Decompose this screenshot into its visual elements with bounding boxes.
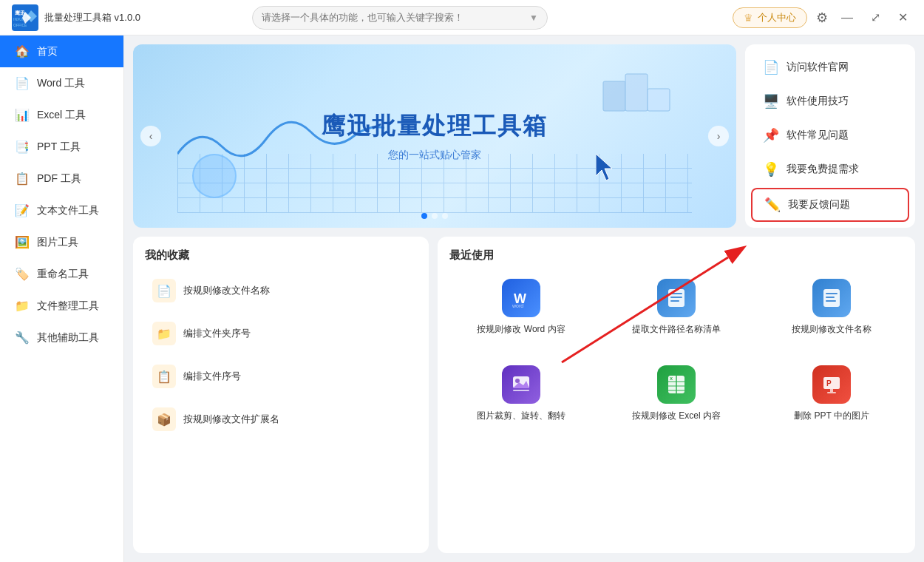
fav-icon-rename-file: 📄 <box>152 279 176 302</box>
fav-item-ext-rename[interactable]: 📦 按规则修改文件扩展名 <box>145 402 417 437</box>
svg-rect-14 <box>670 293 682 294</box>
recent-icon-excel-content: X <box>657 365 696 404</box>
sidebar-item-ppt[interactable]: 📑 PPT 工具 <box>0 131 123 163</box>
tips-icon: 🖥️ <box>763 93 779 109</box>
recent-item-word-content[interactable]: W word 按规则修改 Word 内容 <box>449 270 593 345</box>
recent-item-path-list[interactable]: 提取文件路径名称清单 <box>605 270 748 345</box>
pdf-icon: 📋 <box>15 172 30 186</box>
svg-marker-9 <box>596 154 612 180</box>
logo-area: 鹰迅 INXUN OFFICE 批量处理工具箱 v1.0.0 <box>12 4 160 31</box>
fav-icon-ext-rename: 📦 <box>152 407 176 431</box>
banner-navigation <box>421 213 448 219</box>
banner-dot-3[interactable] <box>442 213 448 219</box>
cursor-decoration <box>596 154 618 183</box>
banner-subtitle: 您的一站式贴心管家 <box>322 149 548 162</box>
quick-link-tips[interactable]: 🖥️ 软件使用技巧 <box>751 86 909 117</box>
recent-icon-ppt-image: P <box>812 365 851 404</box>
favorites-panel: 我的收藏 📄 按规则修改文件名称 📁 编排文件夹序号 <box>133 237 429 553</box>
recent-panel: 最近使用 W word 按规则修改 Word 内容 <box>438 237 915 553</box>
sidebar-item-home[interactable]: 🏠 首页 <box>0 35 123 67</box>
banner-section: ‹ 鹰迅批量处理工具箱 您的一站式贴心管家 › <box>133 44 915 228</box>
svg-rect-19 <box>826 297 835 298</box>
fav-icon-folder-seq-glyph: 📁 <box>157 327 171 341</box>
recent-grid: W word 按规则修改 Word 内容 <box>449 270 903 431</box>
recent-icon-image-crop <box>502 365 540 404</box>
fav-item-rename-file[interactable]: 📄 按规则修改文件名称 <box>145 273 417 308</box>
dropdown-icon[interactable]: ▼ <box>529 13 538 23</box>
vip-label: 个人中心 <box>758 11 796 24</box>
fav-item-file-seq[interactable]: 📋 编排文件序号 <box>145 359 417 394</box>
recent-label-excel-content: 按规则修改 Excel 内容 <box>632 410 721 422</box>
banner-prev-button[interactable]: ‹ <box>140 126 161 146</box>
sidebar-label-text: 文本文件工具 <box>37 204 99 217</box>
svg-rect-15 <box>670 297 682 298</box>
bottom-section: 我的收藏 📄 按规则修改文件名称 📁 编排文件夹序号 <box>133 237 915 553</box>
recent-item-excel-content[interactable]: X 按规则修改 Excel 内容 <box>605 356 748 431</box>
sidebar-label-rename: 重命名工具 <box>37 268 89 281</box>
quick-link-feedback[interactable]: ✏️ 我要反馈问题 <box>751 188 909 222</box>
app-logo-icon: 鹰迅 INXUN OFFICE <box>12 4 38 31</box>
recent-item-ppt-image[interactable]: P 删除 PPT 中的图片 <box>760 356 903 431</box>
maximize-button[interactable]: ⤢ <box>866 9 885 26</box>
quick-link-suggest-label: 我要免费提需求 <box>787 163 859 176</box>
crown-icon: ♛ <box>744 12 753 24</box>
banner: ‹ 鹰迅批量处理工具箱 您的一站式贴心管家 › <box>133 44 736 228</box>
text-icon: 📝 <box>15 203 30 217</box>
svg-rect-24 <box>513 390 529 391</box>
sidebar-item-image[interactable]: 🖼️ 图片工具 <box>0 226 123 258</box>
vip-button[interactable]: ♛ 个人中心 <box>733 7 807 28</box>
image-crop-icon-svg <box>510 373 532 396</box>
sidebar-item-excel[interactable]: 📊 Excel 工具 <box>0 99 123 131</box>
fav-icon-file-seq: 📋 <box>152 365 176 388</box>
svg-rect-7 <box>625 74 648 111</box>
ppt-image-icon-svg: P <box>821 373 843 396</box>
recent-icon-path-list <box>657 279 696 317</box>
sidebar: 🏠 首页 📄 Word 工具 📊 Excel 工具 📑 PPT 工具 📋 PDF… <box>0 35 124 562</box>
sidebar-item-fileorg[interactable]: 📁 文件整理工具 <box>0 290 123 322</box>
sidebar-label-fileorg: 文件整理工具 <box>37 299 99 313</box>
fav-icon-rename-file-glyph: 📄 <box>157 284 171 298</box>
quick-link-tips-label: 软件使用技巧 <box>787 95 849 108</box>
search-input[interactable] <box>262 12 529 23</box>
sidebar-label-other: 其他辅助工具 <box>37 331 99 345</box>
banner-dot-2[interactable] <box>432 213 438 219</box>
recent-item-image-crop[interactable]: 图片裁剪、旋转、翻转 <box>449 356 593 431</box>
quick-link-website-label: 访问软件官网 <box>787 61 849 74</box>
minimize-button[interactable]: — <box>837 10 857 26</box>
quick-link-website[interactable]: 📄 访问软件官网 <box>751 52 909 83</box>
banner-dot-1[interactable] <box>421 213 427 219</box>
fav-label-ext-rename: 按规则修改文件扩展名 <box>183 413 279 426</box>
app-title: 批量处理工具箱 v1.0.0 <box>44 11 140 24</box>
sidebar-item-pdf[interactable]: 📋 PDF 工具 <box>0 163 123 194</box>
recent-label-ppt-image: 删除 PPT 中的图片 <box>794 410 869 422</box>
sidebar-item-word[interactable]: 📄 Word 工具 <box>0 67 123 99</box>
search-bar[interactable]: ▼ <box>252 6 548 30</box>
quick-link-faq[interactable]: 📌 软件常见问题 <box>751 120 909 151</box>
sidebar-label-image: 图片工具 <box>37 236 78 249</box>
recent-label-rename-file2: 按规则修改文件名称 <box>792 323 872 336</box>
sidebar-item-other[interactable]: 🔧 其他辅助工具 <box>0 322 123 353</box>
settings-icon[interactable]: ⚙ <box>816 10 828 26</box>
recent-label-image-crop: 图片裁剪、旋转、翻转 <box>477 410 565 422</box>
fav-item-folder-seq[interactable]: 📁 编排文件夹序号 <box>145 316 417 351</box>
banner-title-part2: 批量处理工具箱 <box>372 112 548 139</box>
recent-item-rename-file2[interactable]: 按规则修改文件名称 <box>760 270 903 345</box>
banner-next-button[interactable]: › <box>708 126 729 146</box>
quick-link-faq-label: 软件常见问题 <box>787 129 849 142</box>
svg-rect-33 <box>830 389 833 392</box>
sidebar-label-word: Word 工具 <box>37 77 85 90</box>
word-content-icon-svg: W word <box>510 287 532 309</box>
close-button[interactable]: ✕ <box>894 9 912 26</box>
svg-rect-8 <box>648 89 670 111</box>
word-icon: 📄 <box>15 76 30 90</box>
sidebar-item-rename[interactable]: 🏷️ 重命名工具 <box>0 258 123 290</box>
path-list-icon-svg <box>665 287 687 309</box>
recent-icon-word-content: W word <box>502 279 540 317</box>
sidebar-item-text[interactable]: 📝 文本文件工具 <box>0 194 123 226</box>
fav-label-folder-seq: 编排文件夹序号 <box>183 327 251 340</box>
other-icon: 🔧 <box>15 331 30 345</box>
title-actions: ♛ 个人中心 ⚙ — ⤢ ✕ <box>733 7 912 28</box>
sidebar-label-excel: Excel 工具 <box>37 109 86 122</box>
banner-title-part1: 鹰迅 <box>322 112 372 139</box>
quick-link-suggest[interactable]: 💡 我要免费提需求 <box>751 154 909 185</box>
